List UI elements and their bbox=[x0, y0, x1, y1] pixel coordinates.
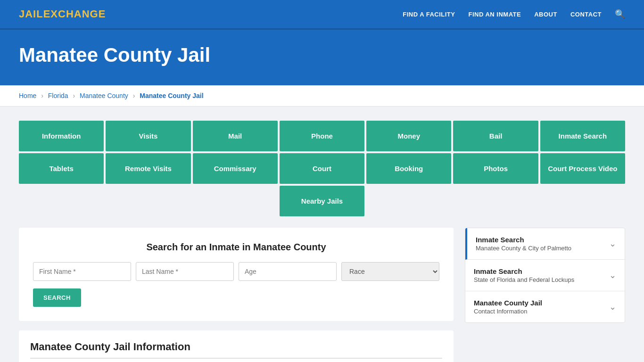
left-column: Search for an Inmate in Manatee County R… bbox=[19, 228, 454, 362]
nav-find-facility[interactable]: FIND A FACILITY bbox=[403, 11, 455, 18]
page-title: Manatee County Jail bbox=[19, 44, 625, 66]
breadcrumb-manatee-county[interactable]: Manatee County bbox=[80, 92, 128, 99]
lower-section: Search for an Inmate in Manatee County R… bbox=[19, 228, 625, 362]
breadcrumb-sep-3: › bbox=[133, 92, 135, 99]
sidebar-item-3-title: Manatee County Jail bbox=[474, 299, 542, 307]
site-logo[interactable]: JAILEXCHANGE bbox=[19, 8, 106, 20]
first-name-input[interactable] bbox=[33, 262, 131, 281]
btn-nearby-jails[interactable]: Nearby Jails bbox=[280, 186, 364, 216]
btn-money[interactable]: Money bbox=[366, 121, 451, 151]
btn-tablets[interactable]: Tablets bbox=[19, 153, 104, 184]
btn-court-process-video[interactable]: Court Process Video bbox=[540, 153, 625, 184]
search-icon[interactable]: 🔍 bbox=[615, 9, 625, 19]
age-input[interactable] bbox=[239, 262, 337, 281]
chevron-down-icon-2: ⌄ bbox=[609, 270, 616, 280]
btn-remote-visits[interactable]: Remote Visits bbox=[106, 153, 190, 184]
nav-contact[interactable]: CONTACT bbox=[570, 11, 602, 18]
last-name-input[interactable] bbox=[136, 262, 234, 281]
search-button[interactable]: SEARCH bbox=[33, 288, 81, 307]
sidebar-item-3-subtitle: Contact Information bbox=[474, 308, 542, 315]
chevron-down-icon-3: ⌄ bbox=[609, 302, 616, 312]
info-title: Manatee County Jail Information bbox=[30, 341, 442, 359]
sidebar-item-contact[interactable]: Manatee County Jail Contact Information … bbox=[465, 291, 625, 322]
race-select[interactable]: Race White Black Hispanic Asian Other bbox=[341, 262, 439, 281]
sidebar-item-1-subtitle: Manatee County & City of Palmetto bbox=[476, 245, 571, 252]
breadcrumb-florida[interactable]: Florida bbox=[48, 92, 68, 99]
button-grid-row1: Information Visits Mail Phone Money Bail… bbox=[19, 121, 625, 151]
logo-exchange: EXCHANGE bbox=[43, 8, 106, 20]
sidebar-card: Inmate Search Manatee County & City of P… bbox=[465, 228, 625, 323]
breadcrumb-sep-2: › bbox=[73, 92, 75, 99]
btn-booking[interactable]: Booking bbox=[366, 153, 451, 184]
btn-information[interactable]: Information bbox=[19, 121, 104, 151]
search-fields: Race White Black Hispanic Asian Other bbox=[33, 262, 439, 281]
hero-section: Manatee County Jail bbox=[0, 30, 644, 85]
sidebar-item-inmate-search-2[interactable]: Inmate Search State of Florida and Feder… bbox=[465, 260, 625, 291]
chevron-down-icon: ⌄ bbox=[609, 239, 616, 249]
btn-photos[interactable]: Photos bbox=[453, 153, 538, 184]
btn-commissary[interactable]: Commissary bbox=[193, 153, 278, 184]
sidebar-item-2-subtitle: State of Florida and Federal Lockups bbox=[474, 276, 574, 283]
btn-phone[interactable]: Phone bbox=[280, 121, 364, 151]
button-grid-row2: Tablets Remote Visits Commissary Court B… bbox=[19, 153, 625, 184]
nav-find-inmate[interactable]: FIND AN INMATE bbox=[468, 11, 521, 18]
search-title: Search for an Inmate in Manatee County bbox=[33, 242, 439, 253]
button-grid-row3: Nearby Jails bbox=[19, 186, 625, 216]
btn-bail[interactable]: Bail bbox=[453, 121, 538, 151]
sidebar-item-2-title: Inmate Search bbox=[474, 267, 574, 275]
sidebar-item-inmate-search-1[interactable]: Inmate Search Manatee County & City of P… bbox=[465, 228, 625, 260]
nav-about[interactable]: ABOUT bbox=[534, 11, 557, 18]
nav-links: FIND A FACILITY FIND AN INMATE ABOUT CON… bbox=[403, 9, 625, 19]
logo-jail: JAIL bbox=[19, 8, 43, 20]
breadcrumb-sep-1: › bbox=[41, 92, 43, 99]
info-section: Manatee County Jail Information bbox=[19, 330, 454, 362]
search-box: Search for an Inmate in Manatee County R… bbox=[19, 228, 454, 321]
breadcrumb: Home › Florida › Manatee County › Manate… bbox=[0, 85, 644, 107]
sidebar-item-1-title: Inmate Search bbox=[476, 236, 571, 244]
btn-visits[interactable]: Visits bbox=[106, 121, 190, 151]
navbar: JAILEXCHANGE FIND A FACILITY FIND AN INM… bbox=[0, 0, 644, 28]
sidebar: Inmate Search Manatee County & City of P… bbox=[465, 228, 625, 323]
btn-court[interactable]: Court bbox=[280, 153, 364, 184]
breadcrumb-current: Manatee County Jail bbox=[140, 92, 203, 99]
btn-inmate-search[interactable]: Inmate Search bbox=[540, 121, 625, 151]
main-area: Information Visits Mail Phone Money Bail… bbox=[0, 107, 644, 362]
btn-mail[interactable]: Mail bbox=[193, 121, 278, 151]
breadcrumb-home[interactable]: Home bbox=[19, 92, 36, 99]
